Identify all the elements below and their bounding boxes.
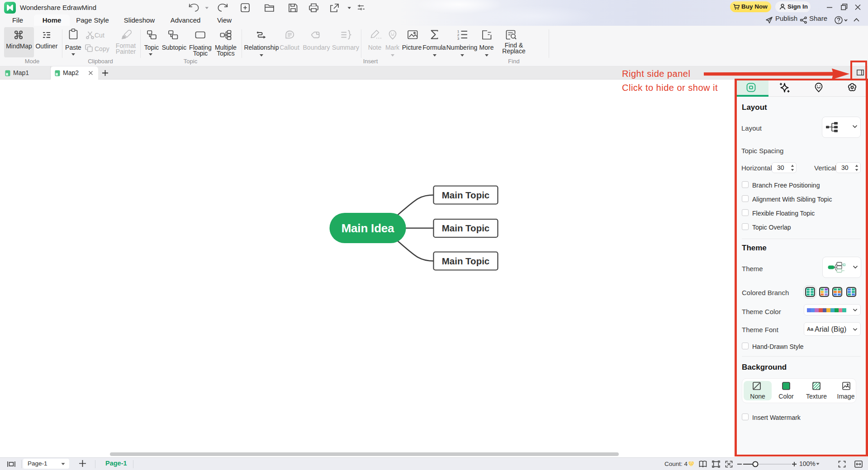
svg-text:3: 3 bbox=[457, 37, 459, 41]
svg-text:Main Idea: Main Idea bbox=[342, 221, 394, 235]
svg-text:Main Topic: Main Topic bbox=[442, 256, 490, 266]
svg-text:Main Topic: Main Topic bbox=[442, 223, 490, 233]
svg-text:Main Topic: Main Topic bbox=[442, 190, 490, 200]
